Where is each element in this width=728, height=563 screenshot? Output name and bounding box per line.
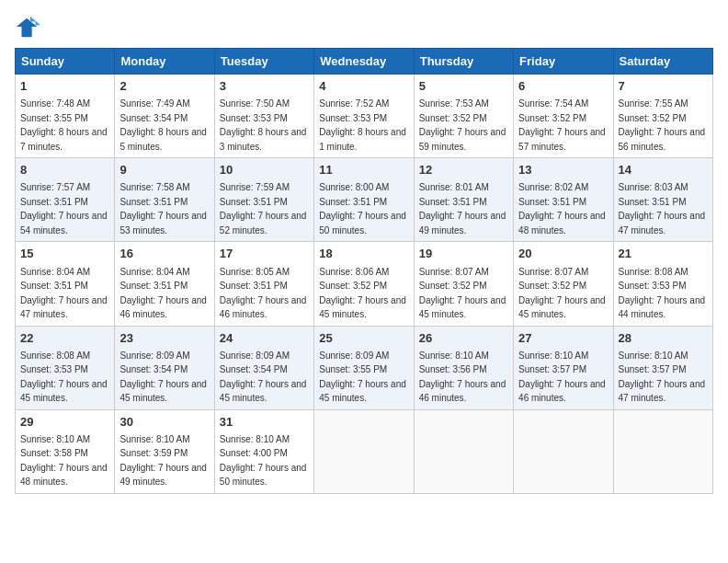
- calendar-header-sunday: Sunday: [16, 49, 115, 75]
- day-number: 15: [20, 246, 109, 262]
- day-number: 5: [419, 78, 508, 95]
- logo-icon: [15, 15, 40, 40]
- calendar-cell: [314, 409, 414, 493]
- day-info: Sunrise: 8:01 AMSunset: 3:51 PMDaylight:…: [419, 182, 506, 236]
- day-number: 14: [619, 162, 708, 178]
- calendar-cell: 29Sunrise: 8:10 AMSunset: 3:58 PMDayligh…: [16, 409, 115, 493]
- day-number: 13: [518, 162, 608, 178]
- day-info: Sunrise: 8:09 AMSunset: 3:54 PMDaylight:…: [119, 350, 207, 404]
- day-number: 19: [419, 246, 508, 262]
- calendar-week-3: 15Sunrise: 8:04 AMSunset: 3:51 PMDayligh…: [16, 242, 713, 326]
- day-number: 29: [20, 414, 109, 431]
- day-number: 4: [319, 78, 408, 95]
- calendar-cell: [613, 409, 712, 493]
- day-number: 23: [119, 330, 209, 347]
- day-info: Sunrise: 8:10 AMSunset: 3:59 PMDaylight:…: [119, 434, 207, 488]
- calendar-cell: 21Sunrise: 8:08 AMSunset: 3:53 PMDayligh…: [613, 242, 712, 326]
- day-info: Sunrise: 8:10 AMSunset: 3:56 PMDaylight:…: [419, 350, 506, 404]
- calendar-cell: 12Sunrise: 8:01 AMSunset: 3:51 PMDayligh…: [414, 158, 513, 242]
- calendar-week-1: 1Sunrise: 7:48 AMSunset: 3:55 PMDaylight…: [16, 75, 713, 158]
- calendar-cell: 27Sunrise: 8:10 AMSunset: 3:57 PMDayligh…: [514, 326, 613, 409]
- calendar-header-friday: Friday: [514, 49, 613, 75]
- day-number: 2: [119, 78, 209, 95]
- calendar-cell: 23Sunrise: 8:09 AMSunset: 3:54 PMDayligh…: [115, 326, 214, 409]
- day-number: 26: [419, 330, 508, 347]
- day-info: Sunrise: 8:04 AMSunset: 3:51 PMDaylight:…: [20, 267, 108, 320]
- day-number: 28: [619, 330, 708, 347]
- calendar-cell: 13Sunrise: 8:02 AMSunset: 3:51 PMDayligh…: [514, 158, 613, 242]
- day-info: Sunrise: 8:03 AMSunset: 3:51 PMDaylight:…: [619, 182, 706, 236]
- day-number: 10: [220, 162, 309, 178]
- day-number: 8: [20, 162, 109, 178]
- calendar-cell: 15Sunrise: 8:04 AMSunset: 3:51 PMDayligh…: [16, 242, 115, 326]
- calendar-header: SundayMondayTuesdayWednesdayThursdayFrid…: [16, 49, 713, 75]
- calendar-cell: 9Sunrise: 7:58 AMSunset: 3:51 PMDaylight…: [115, 158, 214, 242]
- day-info: Sunrise: 8:04 AMSunset: 3:51 PMDaylight:…: [119, 267, 207, 320]
- day-info: Sunrise: 7:52 AMSunset: 3:53 PMDaylight:…: [319, 98, 406, 152]
- day-info: Sunrise: 8:05 AMSunset: 3:51 PMDaylight:…: [220, 267, 307, 320]
- day-number: 16: [119, 246, 209, 262]
- day-number: 12: [419, 162, 508, 178]
- calendar-cell: 4Sunrise: 7:52 AMSunset: 3:53 PMDaylight…: [314, 75, 414, 158]
- calendar-cell: [514, 409, 613, 493]
- calendar-cell: 30Sunrise: 8:10 AMSunset: 3:59 PMDayligh…: [115, 409, 214, 493]
- calendar-cell: 10Sunrise: 7:59 AMSunset: 3:51 PMDayligh…: [214, 158, 313, 242]
- calendar-header-thursday: Thursday: [414, 49, 513, 75]
- calendar-cell: 6Sunrise: 7:54 AMSunset: 3:52 PMDaylight…: [514, 75, 613, 158]
- calendar-body: 1Sunrise: 7:48 AMSunset: 3:55 PMDaylight…: [16, 75, 713, 494]
- day-info: Sunrise: 8:10 AMSunset: 3:57 PMDaylight:…: [619, 350, 706, 404]
- calendar-cell: 22Sunrise: 8:08 AMSunset: 3:53 PMDayligh…: [16, 326, 115, 409]
- calendar-header-monday: Monday: [115, 49, 214, 75]
- calendar-cell: 3Sunrise: 7:50 AMSunset: 3:53 PMDaylight…: [214, 75, 313, 158]
- day-info: Sunrise: 8:08 AMSunset: 3:53 PMDaylight:…: [619, 267, 706, 320]
- day-number: 21: [619, 246, 708, 262]
- calendar-cell: 1Sunrise: 7:48 AMSunset: 3:55 PMDaylight…: [16, 75, 115, 158]
- day-number: 18: [319, 246, 408, 262]
- logo: [15, 15, 44, 40]
- calendar-table: SundayMondayTuesdayWednesdayThursdayFrid…: [15, 48, 713, 494]
- day-number: 25: [319, 330, 408, 347]
- calendar-cell: 24Sunrise: 8:09 AMSunset: 3:54 PMDayligh…: [214, 326, 313, 409]
- day-info: Sunrise: 8:09 AMSunset: 3:55 PMDaylight:…: [319, 350, 406, 404]
- day-info: Sunrise: 8:06 AMSunset: 3:52 PMDaylight:…: [319, 267, 406, 320]
- calendar-cell: 11Sunrise: 8:00 AMSunset: 3:51 PMDayligh…: [314, 158, 414, 242]
- day-info: Sunrise: 8:07 AMSunset: 3:52 PMDaylight:…: [518, 267, 606, 320]
- day-number: 30: [119, 414, 209, 431]
- day-info: Sunrise: 8:10 AMSunset: 4:00 PMDaylight:…: [220, 434, 307, 488]
- calendar-cell: 25Sunrise: 8:09 AMSunset: 3:55 PMDayligh…: [314, 326, 414, 409]
- calendar-week-2: 8Sunrise: 7:57 AMSunset: 3:51 PMDaylight…: [16, 158, 713, 242]
- calendar-cell: 14Sunrise: 8:03 AMSunset: 3:51 PMDayligh…: [613, 158, 712, 242]
- day-info: Sunrise: 7:50 AMSunset: 3:53 PMDaylight:…: [220, 98, 307, 152]
- calendar-cell: 8Sunrise: 7:57 AMSunset: 3:51 PMDaylight…: [16, 158, 115, 242]
- calendar-header-saturday: Saturday: [613, 49, 712, 75]
- day-info: Sunrise: 7:53 AMSunset: 3:52 PMDaylight:…: [419, 98, 506, 152]
- calendar-week-4: 22Sunrise: 8:08 AMSunset: 3:53 PMDayligh…: [16, 326, 713, 409]
- day-info: Sunrise: 8:09 AMSunset: 3:54 PMDaylight:…: [220, 350, 307, 404]
- day-info: Sunrise: 7:57 AMSunset: 3:51 PMDaylight:…: [20, 182, 108, 236]
- day-info: Sunrise: 8:00 AMSunset: 3:51 PMDaylight:…: [319, 182, 406, 236]
- calendar-cell: 17Sunrise: 8:05 AMSunset: 3:51 PMDayligh…: [214, 242, 313, 326]
- day-info: Sunrise: 7:59 AMSunset: 3:51 PMDaylight:…: [220, 182, 307, 236]
- day-info: Sunrise: 8:10 AMSunset: 3:57 PMDaylight:…: [518, 350, 606, 404]
- day-number: 1: [20, 78, 109, 95]
- calendar-cell: 7Sunrise: 7:55 AMSunset: 3:52 PMDaylight…: [613, 75, 712, 158]
- calendar-cell: 20Sunrise: 8:07 AMSunset: 3:52 PMDayligh…: [514, 242, 613, 326]
- calendar-cell: 18Sunrise: 8:06 AMSunset: 3:52 PMDayligh…: [314, 242, 414, 326]
- calendar-header-tuesday: Tuesday: [214, 49, 313, 75]
- calendar-cell: 31Sunrise: 8:10 AMSunset: 4:00 PMDayligh…: [214, 409, 313, 493]
- day-number: 11: [319, 162, 408, 178]
- day-number: 3: [220, 78, 309, 95]
- day-number: 9: [119, 162, 209, 178]
- day-info: Sunrise: 7:48 AMSunset: 3:55 PMDaylight:…: [20, 98, 108, 152]
- day-number: 22: [20, 330, 109, 347]
- day-info: Sunrise: 7:58 AMSunset: 3:51 PMDaylight:…: [119, 182, 207, 236]
- page-header: [15, 15, 713, 40]
- day-info: Sunrise: 8:07 AMSunset: 3:52 PMDaylight:…: [419, 267, 506, 320]
- calendar-week-5: 29Sunrise: 8:10 AMSunset: 3:58 PMDayligh…: [16, 409, 713, 493]
- day-number: 17: [220, 246, 309, 262]
- day-info: Sunrise: 8:10 AMSunset: 3:58 PMDaylight:…: [20, 434, 108, 488]
- day-info: Sunrise: 7:49 AMSunset: 3:54 PMDaylight:…: [119, 98, 207, 152]
- day-info: Sunrise: 7:54 AMSunset: 3:52 PMDaylight:…: [518, 98, 606, 152]
- day-number: 6: [518, 78, 608, 95]
- calendar-cell: 16Sunrise: 8:04 AMSunset: 3:51 PMDayligh…: [115, 242, 214, 326]
